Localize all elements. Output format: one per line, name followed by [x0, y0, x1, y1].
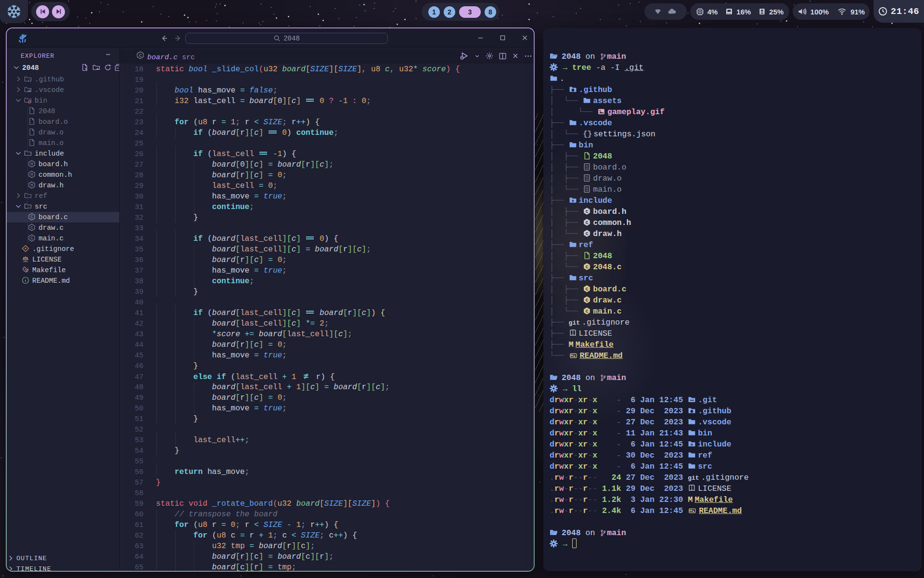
svg-text:C: C	[586, 287, 589, 292]
svg-text:C: C	[30, 225, 33, 230]
svg-text:C: C	[586, 220, 589, 225]
svg-text:C: C	[30, 215, 33, 220]
svg-text:C: C	[586, 309, 589, 314]
svg-text:<>: <>	[27, 206, 31, 210]
svg-text:H: H	[30, 162, 33, 167]
svg-text:C: C	[586, 298, 589, 303]
svg-text:C: C	[586, 209, 589, 214]
svg-text:10: 10	[586, 167, 589, 170]
svg-text:C: C	[30, 236, 33, 241]
svg-text:H: H	[30, 172, 33, 177]
svg-text:10: 10	[586, 178, 589, 181]
svg-text:H: H	[30, 183, 33, 188]
svg-text:10: 10	[586, 189, 589, 192]
svg-text:C: C	[139, 53, 142, 58]
svg-text:C: C	[586, 264, 589, 270]
svg-text:C: C	[586, 231, 589, 236]
